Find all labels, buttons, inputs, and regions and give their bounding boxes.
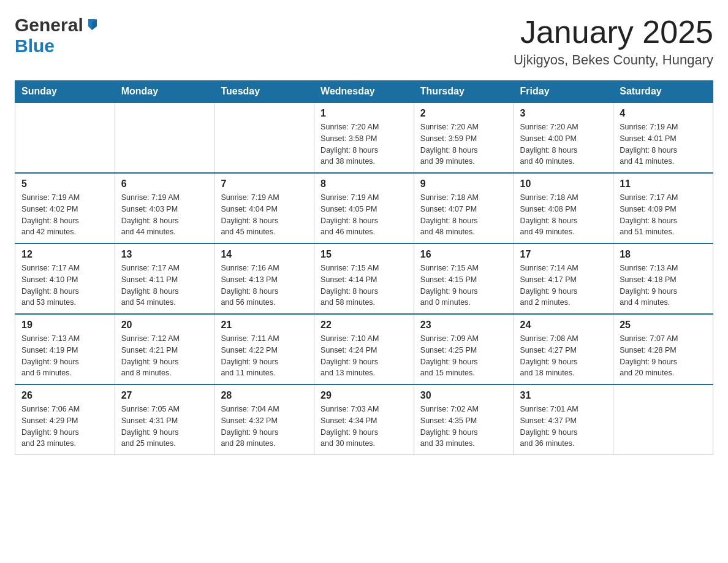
day-info: Sunrise: 7:19 AMSunset: 4:01 PMDaylight:…: [620, 121, 707, 167]
table-row: 14Sunrise: 7:16 AMSunset: 4:13 PMDayligh…: [214, 243, 314, 314]
table-row: 16Sunrise: 7:15 AMSunset: 4:15 PMDayligh…: [414, 243, 514, 314]
table-row: [613, 385, 713, 455]
day-number: 23: [420, 320, 507, 331]
col-sunday: Sunday: [15, 81, 115, 103]
day-number: 27: [121, 390, 208, 401]
calendar-header-row: Sunday Monday Tuesday Wednesday Thursday…: [15, 81, 713, 103]
table-row: 21Sunrise: 7:11 AMSunset: 4:22 PMDayligh…: [214, 314, 314, 385]
day-info: Sunrise: 7:18 AMSunset: 4:07 PMDaylight:…: [420, 192, 507, 238]
table-row: 8Sunrise: 7:19 AMSunset: 4:05 PMDaylight…: [314, 173, 414, 243]
day-number: 16: [420, 249, 507, 260]
table-row: 17Sunrise: 7:14 AMSunset: 4:17 PMDayligh…: [514, 243, 613, 314]
table-row: [214, 102, 314, 173]
table-row: 23Sunrise: 7:09 AMSunset: 4:25 PMDayligh…: [414, 314, 514, 385]
table-row: 24Sunrise: 7:08 AMSunset: 4:27 PMDayligh…: [514, 314, 613, 385]
title-section: January 2025 Ujkigyos, Bekes County, Hun…: [514, 15, 713, 68]
day-number: 24: [520, 320, 607, 331]
day-info: Sunrise: 7:09 AMSunset: 4:25 PMDaylight:…: [420, 333, 507, 379]
day-info: Sunrise: 7:19 AMSunset: 4:02 PMDaylight:…: [21, 192, 108, 238]
day-info: Sunrise: 7:11 AMSunset: 4:22 PMDaylight:…: [221, 333, 308, 379]
day-number: 10: [520, 178, 607, 190]
month-title: January 2025: [514, 15, 713, 50]
day-info: Sunrise: 7:20 AMSunset: 3:59 PMDaylight:…: [420, 121, 507, 167]
table-row: 13Sunrise: 7:17 AMSunset: 4:11 PMDayligh…: [115, 243, 214, 314]
day-number: 21: [221, 320, 308, 331]
col-monday: Monday: [115, 81, 214, 103]
calendar-week-row: 26Sunrise: 7:06 AMSunset: 4:29 PMDayligh…: [15, 385, 713, 455]
day-info: Sunrise: 7:18 AMSunset: 4:08 PMDaylight:…: [520, 192, 607, 238]
table-row: 29Sunrise: 7:03 AMSunset: 4:34 PMDayligh…: [314, 385, 414, 455]
calendar-week-row: 5Sunrise: 7:19 AMSunset: 4:02 PMDaylight…: [15, 173, 713, 243]
day-number: 20: [121, 320, 208, 331]
day-info: Sunrise: 7:14 AMSunset: 4:17 PMDaylight:…: [520, 262, 607, 308]
day-info: Sunrise: 7:10 AMSunset: 4:24 PMDaylight:…: [320, 333, 408, 379]
day-info: Sunrise: 7:13 AMSunset: 4:18 PMDaylight:…: [620, 262, 707, 308]
day-number: 26: [21, 390, 108, 401]
table-row: 19Sunrise: 7:13 AMSunset: 4:19 PMDayligh…: [15, 314, 115, 385]
day-info: Sunrise: 7:06 AMSunset: 4:29 PMDaylight:…: [21, 404, 108, 450]
day-number: 25: [620, 320, 707, 331]
day-number: 19: [21, 320, 108, 331]
day-number: 15: [320, 249, 408, 260]
col-friday: Friday: [514, 81, 613, 103]
table-row: 9Sunrise: 7:18 AMSunset: 4:07 PMDaylight…: [414, 173, 514, 243]
day-info: Sunrise: 7:12 AMSunset: 4:21 PMDaylight:…: [121, 333, 208, 379]
table-row: 22Sunrise: 7:10 AMSunset: 4:24 PMDayligh…: [314, 314, 414, 385]
day-info: Sunrise: 7:05 AMSunset: 4:31 PMDaylight:…: [121, 404, 208, 450]
table-row: 5Sunrise: 7:19 AMSunset: 4:02 PMDaylight…: [15, 173, 115, 243]
table-row: [15, 102, 115, 173]
col-wednesday: Wednesday: [314, 81, 414, 103]
day-number: 2: [420, 108, 507, 119]
day-number: 11: [620, 178, 707, 190]
day-info: Sunrise: 7:19 AMSunset: 4:03 PMDaylight:…: [121, 192, 208, 238]
day-info: Sunrise: 7:20 AMSunset: 3:58 PMDaylight:…: [320, 121, 408, 167]
day-info: Sunrise: 7:04 AMSunset: 4:32 PMDaylight:…: [221, 404, 308, 450]
day-number: 3: [520, 108, 607, 119]
col-thursday: Thursday: [414, 81, 514, 103]
calendar-week-row: 19Sunrise: 7:13 AMSunset: 4:19 PMDayligh…: [15, 314, 713, 385]
table-row: 3Sunrise: 7:20 AMSunset: 4:00 PMDaylight…: [514, 102, 613, 173]
logo: General Blue: [15, 15, 98, 56]
day-info: Sunrise: 7:19 AMSunset: 4:05 PMDaylight:…: [320, 192, 408, 238]
day-number: 17: [520, 249, 607, 260]
day-info: Sunrise: 7:16 AMSunset: 4:13 PMDaylight:…: [221, 262, 308, 308]
day-info: Sunrise: 7:03 AMSunset: 4:34 PMDaylight:…: [320, 404, 408, 450]
logo-general-text: General: [15, 15, 83, 36]
day-number: 5: [21, 178, 108, 190]
day-number: 13: [121, 249, 208, 260]
day-number: 18: [620, 249, 707, 260]
calendar-week-row: 12Sunrise: 7:17 AMSunset: 4:10 PMDayligh…: [15, 243, 713, 314]
day-info: Sunrise: 7:17 AMSunset: 4:09 PMDaylight:…: [620, 192, 707, 238]
day-number: 4: [620, 108, 707, 119]
day-number: 7: [221, 178, 308, 190]
table-row: 25Sunrise: 7:07 AMSunset: 4:28 PMDayligh…: [613, 314, 713, 385]
day-info: Sunrise: 7:17 AMSunset: 4:10 PMDaylight:…: [21, 262, 108, 308]
day-number: 22: [320, 320, 408, 331]
day-info: Sunrise: 7:13 AMSunset: 4:19 PMDaylight:…: [21, 333, 108, 379]
logo-arrow-icon: [86, 18, 98, 33]
table-row: 20Sunrise: 7:12 AMSunset: 4:21 PMDayligh…: [115, 314, 214, 385]
table-row: 18Sunrise: 7:13 AMSunset: 4:18 PMDayligh…: [613, 243, 713, 314]
day-info: Sunrise: 7:17 AMSunset: 4:11 PMDaylight:…: [121, 262, 208, 308]
table-row: 28Sunrise: 7:04 AMSunset: 4:32 PMDayligh…: [214, 385, 314, 455]
day-info: Sunrise: 7:19 AMSunset: 4:04 PMDaylight:…: [221, 192, 308, 238]
table-row: 15Sunrise: 7:15 AMSunset: 4:14 PMDayligh…: [314, 243, 414, 314]
day-info: Sunrise: 7:08 AMSunset: 4:27 PMDaylight:…: [520, 333, 607, 379]
calendar-table: Sunday Monday Tuesday Wednesday Thursday…: [15, 80, 713, 455]
day-number: 30: [420, 390, 507, 401]
day-number: 14: [221, 249, 308, 260]
logo-blue-text: Blue: [15, 36, 55, 56]
table-row: 7Sunrise: 7:19 AMSunset: 4:04 PMDaylight…: [214, 173, 314, 243]
table-row: 6Sunrise: 7:19 AMSunset: 4:03 PMDaylight…: [115, 173, 214, 243]
day-info: Sunrise: 7:15 AMSunset: 4:15 PMDaylight:…: [420, 262, 507, 308]
table-row: 2Sunrise: 7:20 AMSunset: 3:59 PMDaylight…: [414, 102, 514, 173]
day-info: Sunrise: 7:07 AMSunset: 4:28 PMDaylight:…: [620, 333, 707, 379]
table-row: 1Sunrise: 7:20 AMSunset: 3:58 PMDaylight…: [314, 102, 414, 173]
table-row: 4Sunrise: 7:19 AMSunset: 4:01 PMDaylight…: [613, 102, 713, 173]
day-number: 29: [320, 390, 408, 401]
table-row: 27Sunrise: 7:05 AMSunset: 4:31 PMDayligh…: [115, 385, 214, 455]
location-subtitle: Ujkigyos, Bekes County, Hungary: [514, 52, 713, 68]
day-number: 1: [320, 108, 408, 119]
day-info: Sunrise: 7:20 AMSunset: 4:00 PMDaylight:…: [520, 121, 607, 167]
day-info: Sunrise: 7:15 AMSunset: 4:14 PMDaylight:…: [320, 262, 408, 308]
